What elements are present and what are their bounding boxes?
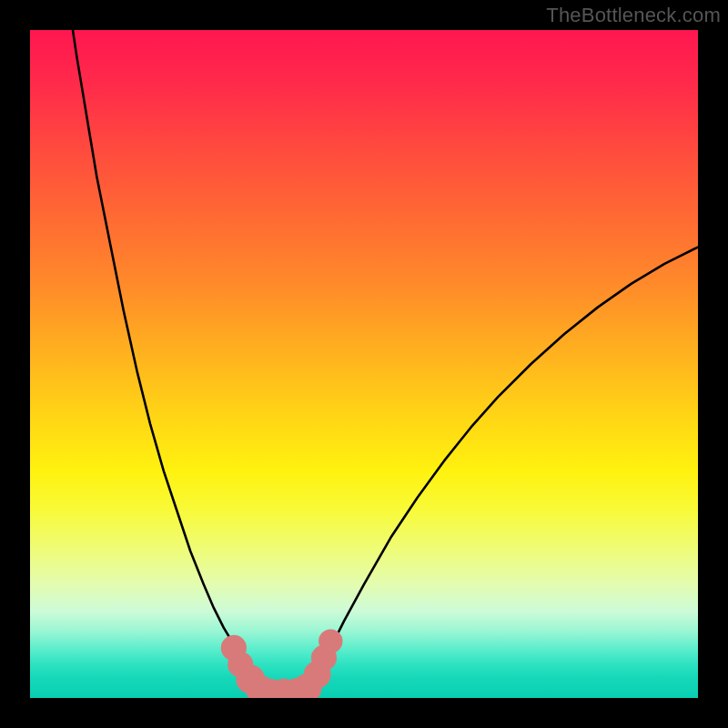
plot-area <box>30 30 698 698</box>
chart-frame: TheBottleneck.com <box>0 0 728 728</box>
marker-dot <box>318 629 342 652</box>
curve-group <box>73 30 698 693</box>
marker-group <box>221 629 343 698</box>
watermark-text: TheBottleneck.com <box>546 4 721 27</box>
curve-left-branch <box>73 30 274 693</box>
chart-svg <box>30 30 698 698</box>
curve-right-branch <box>304 248 698 693</box>
